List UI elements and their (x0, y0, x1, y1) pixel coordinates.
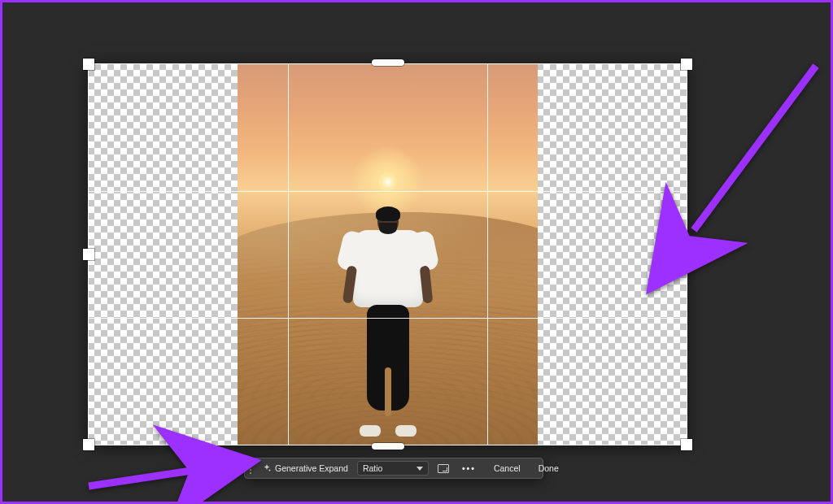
generative-expand-label: Generative Expand (275, 463, 348, 473)
person-figure (343, 209, 433, 437)
crop-handle-mid-left[interactable] (83, 249, 94, 260)
crop-canvas[interactable] (88, 63, 687, 445)
ellipsis-icon: ••• (462, 463, 476, 473)
straighten-icon (438, 464, 449, 473)
crop-handle-bottom-left[interactable] (83, 439, 94, 450)
ratio-dropdown[interactable]: Ratio (357, 461, 429, 476)
more-options-button[interactable]: ••• (458, 462, 480, 475)
svg-line-0 (694, 66, 816, 230)
sun (379, 173, 397, 191)
crop-handle-top-center[interactable] (372, 59, 404, 66)
svg-line-1 (89, 463, 240, 486)
image-content (238, 63, 538, 445)
generative-expand-button[interactable]: Generative Expand (258, 462, 352, 475)
contextual-task-bar[interactable]: Generative Expand Ratio ••• Cancel Done (244, 458, 543, 479)
cancel-label: Cancel (494, 463, 521, 473)
ratio-label: Ratio (363, 463, 383, 473)
crop-handle-top-left[interactable] (83, 59, 94, 70)
crop-handle-bottom-right[interactable] (681, 439, 692, 450)
crop-handle-bottom-center[interactable] (372, 443, 404, 450)
done-button[interactable]: Done (534, 462, 563, 475)
chevron-down-icon (416, 467, 423, 471)
straighten-button[interactable] (434, 463, 453, 475)
sparkle-icon (262, 463, 272, 473)
cancel-button[interactable]: Cancel (490, 462, 525, 475)
done-label: Done (539, 463, 559, 473)
